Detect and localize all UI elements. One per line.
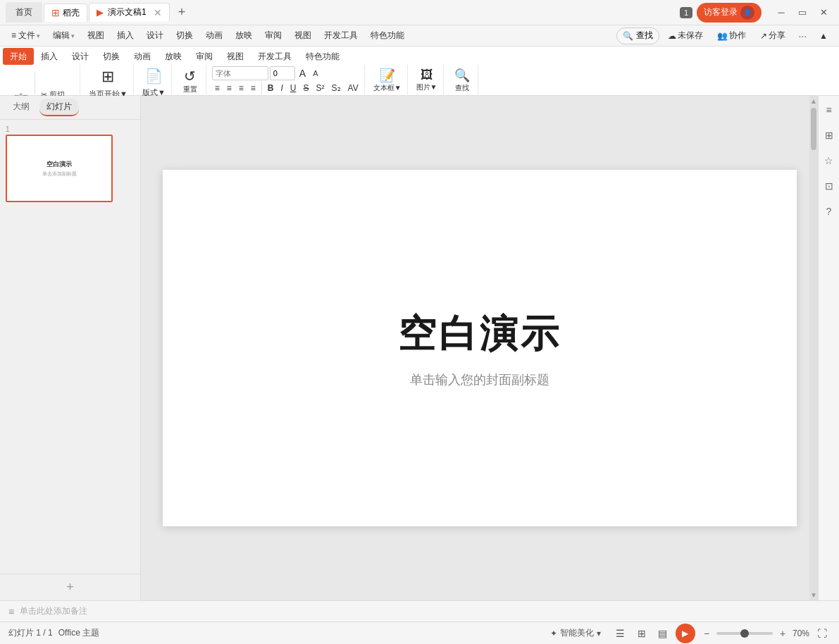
ribbon-tab-review[interactable]: 审阅: [189, 48, 220, 65]
slide-subtitle[interactable]: 单击输入您的封面副标题: [410, 371, 549, 388]
zoom-plus-btn[interactable]: +: [776, 626, 790, 640]
menu-edit[interactable]: 编辑 ▾: [47, 27, 80, 44]
vertical-scrollbar[interactable]: ▲ ▼: [809, 96, 818, 600]
char-spacing-btn[interactable]: AV: [345, 82, 361, 94]
bold-btn[interactable]: B: [265, 82, 277, 94]
ribbon-tab-insert[interactable]: 插入: [34, 48, 65, 65]
reset-btn[interactable]: ↺ 重置: [178, 66, 203, 96]
new-slide-icon: ⊞: [101, 68, 114, 86]
menu-switch[interactable]: 切换: [170, 27, 199, 44]
menu-view2[interactable]: 视图: [289, 27, 317, 44]
grid-view-btn[interactable]: ⊞: [633, 625, 650, 642]
sidebar-copy-icon[interactable]: ⊡: [821, 178, 838, 194]
tab-home[interactable]: 首页: [6, 2, 42, 23]
scroll-up-btn[interactable]: ▲: [810, 97, 817, 105]
restore-btn[interactable]: ▭: [793, 3, 812, 23]
sidebar-star-icon[interactable]: ☆: [821, 152, 838, 169]
ribbon-tab-design[interactable]: 设计: [65, 48, 96, 65]
subscript-btn[interactable]: S₂: [329, 82, 344, 94]
sidebar-layout-icon[interactable]: ⊞: [821, 127, 838, 144]
menu-file[interactable]: ≡ 文件 ▾: [6, 27, 46, 44]
slide-canvas[interactable]: 空白演示 单击输入您的封面副标题: [163, 170, 797, 526]
menu-review[interactable]: 审阅: [259, 27, 287, 44]
panel-tabs: 大纲 幻灯片: [0, 96, 140, 120]
menu-collab[interactable]: 👥 协作: [711, 27, 752, 44]
ribbon-tab-slideshow[interactable]: 放映: [158, 48, 189, 65]
ribbon-tab-view[interactable]: 视图: [220, 48, 251, 65]
menu-devtools[interactable]: 开发工具: [318, 27, 363, 44]
find-btn[interactable]: 🔍 查找: [449, 66, 475, 94]
ribbon-tab-switch[interactable]: 切换: [96, 48, 127, 65]
share-icon: ↗: [760, 31, 767, 41]
menu-design[interactable]: 设计: [141, 27, 169, 44]
align-left-btn[interactable]: ≡: [212, 82, 223, 94]
sidebar-help-icon[interactable]: ?: [821, 203, 838, 220]
close-btn[interactable]: ✕: [814, 3, 833, 23]
doc-tab-label: 演示文稿1: [108, 6, 147, 18]
slide-main-title[interactable]: 空白演示: [398, 309, 561, 360]
slide-preview-title: 空白演示: [46, 160, 72, 169]
text-box-label: 文本框▼: [373, 83, 402, 93]
minimize-btn[interactable]: ─: [771, 3, 791, 23]
menu-share[interactable]: ↗ 分享: [754, 27, 791, 44]
slide-preview-1[interactable]: 空白演示 单击添加副标题: [6, 135, 113, 202]
italic-btn[interactable]: I: [278, 82, 286, 94]
zoom-slider-thumb[interactable]: [740, 629, 749, 638]
fullscreen-btn[interactable]: ⛶: [814, 625, 831, 642]
collapse-btn[interactable]: ▲: [814, 28, 833, 44]
new-tab-btn[interactable]: +: [174, 5, 190, 20]
menu-bar: ≡ 文件 ▾ 编辑 ▾ 视图 插入 设计 切换 动画 放映 审阅 视图 开发工具…: [0, 25, 839, 47]
menu-view[interactable]: 视图: [82, 27, 110, 44]
font-size-decrease-btn[interactable]: A: [310, 68, 321, 78]
superscript-btn[interactable]: S²: [313, 82, 328, 94]
menu-slideshow[interactable]: 放映: [230, 27, 258, 44]
ribbon-tab-special[interactable]: 特色功能: [299, 48, 347, 65]
search-box[interactable]: 🔍 查找: [616, 27, 659, 44]
tab-close-btn[interactable]: ✕: [154, 7, 162, 18]
font-name-input[interactable]: [212, 66, 268, 80]
text-box-btn[interactable]: 📝 文本框▼: [371, 66, 404, 94]
scroll-thumb[interactable]: [811, 108, 816, 150]
justify-btn[interactable]: ≡: [248, 82, 259, 94]
title-right: 1 访客登录 👤 ─ ▭ ✕: [680, 3, 833, 23]
outline-tab[interactable]: 大纲: [6, 99, 37, 116]
font-size-increase-btn[interactable]: A: [297, 67, 309, 80]
sidebar-panels-icon[interactable]: ≡: [821, 101, 838, 118]
new-slide-btn2[interactable]: 📄: [141, 66, 166, 86]
zoom-slider[interactable]: [716, 632, 773, 635]
scroll-down-btn[interactable]: ▼: [810, 591, 817, 599]
menu-special[interactable]: 特色功能: [365, 27, 410, 44]
beautify-btn[interactable]: ✦ 智能美化 ▾: [545, 626, 607, 640]
menu-insert[interactable]: 插入: [111, 27, 139, 44]
new-slide-btn[interactable]: ⊞: [95, 66, 120, 87]
align-right-btn[interactable]: ≡: [236, 82, 247, 94]
ribbon-tab-animate[interactable]: 动画: [127, 48, 158, 65]
image-btn[interactable]: 🖼 图片▼: [414, 66, 440, 94]
toolbar-overflow-btn[interactable]: ···: [794, 29, 811, 43]
menu-animate[interactable]: 动画: [200, 27, 228, 44]
menu-unsaved[interactable]: ☁ 未保存: [662, 27, 709, 44]
outline-view-btn[interactable]: ☰: [612, 625, 629, 642]
play-slideshow-btn[interactable]: ▶: [676, 624, 695, 643]
align-center-btn[interactable]: ≡: [224, 82, 235, 94]
note-icon[interactable]: ≡: [8, 606, 14, 617]
strike-btn[interactable]: S: [301, 82, 312, 94]
slides-tab[interactable]: 幻灯片: [39, 99, 79, 116]
visitor-avatar: 👤: [740, 6, 754, 20]
tab-doc[interactable]: ▶ 演示文稿1 ✕: [89, 3, 170, 22]
ribbon-tab-start[interactable]: 开始: [3, 48, 34, 65]
zoom-minus-btn[interactable]: −: [700, 626, 714, 640]
doc-icon: ▶: [97, 7, 104, 18]
font-size-input[interactable]: [270, 66, 295, 80]
add-slide-btn[interactable]: +: [0, 574, 140, 600]
visitor-login-btn[interactable]: 访客登录 👤: [697, 3, 762, 23]
tab-app[interactable]: ⊞ 稻壳: [44, 4, 87, 22]
image-label: 图片▼: [416, 82, 437, 92]
app-tab-label: 稻壳: [63, 7, 80, 19]
visitor-label: 访客登录: [704, 6, 738, 18]
image-icon: 🖼: [421, 68, 433, 82]
underline-btn[interactable]: U: [287, 82, 299, 94]
table-view-btn[interactable]: ▤: [654, 625, 671, 642]
note-placeholder[interactable]: 单击此处添加备注: [20, 605, 87, 617]
ribbon-tab-devtools[interactable]: 开发工具: [251, 48, 299, 65]
